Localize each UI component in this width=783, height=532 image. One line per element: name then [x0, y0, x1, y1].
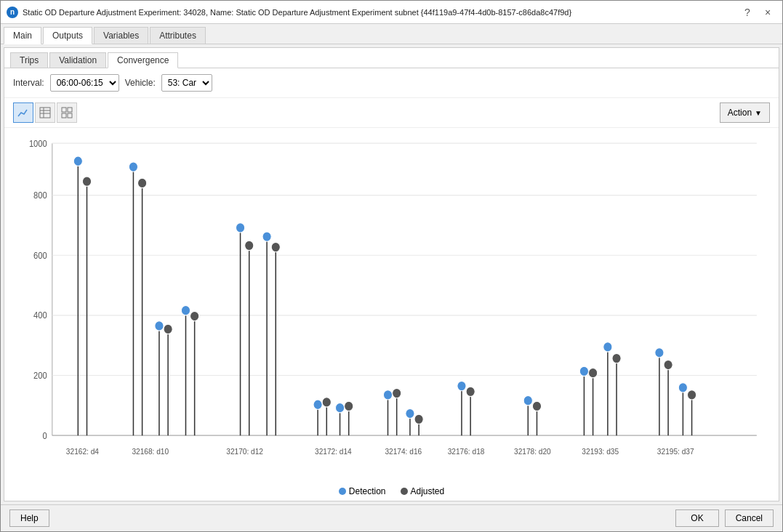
svg-point-45 — [262, 232, 271, 241]
svg-text:32168: d10: 32168: d10 — [132, 446, 169, 456]
svg-point-88 — [664, 360, 672, 369]
svg-point-47 — [271, 242, 280, 251]
svg-rect-6 — [62, 113, 66, 118]
interval-label: Interval: — [13, 78, 44, 88]
svg-point-74 — [532, 401, 541, 411]
svg-point-81 — [603, 342, 612, 352]
svg-point-53 — [335, 403, 344, 413]
svg-point-72 — [523, 395, 532, 405]
vehicle-select[interactable]: 53: Car — [161, 74, 212, 92]
svg-text:400: 400 — [33, 310, 47, 321]
chart-toolbar: Action ▼ — [4, 98, 779, 128]
chart-line-button[interactable] — [13, 102, 33, 123]
svg-text:32162: d4: 32162: d4 — [66, 446, 99, 456]
svg-text:32172: d14: 32172: d14 — [315, 446, 352, 456]
svg-point-51 — [322, 398, 331, 407]
tab-main[interactable]: Main — [4, 27, 41, 44]
svg-point-58 — [383, 390, 392, 400]
adjusted-dot — [401, 488, 408, 495]
svg-text:32195: d37: 32195: d37 — [657, 446, 694, 456]
svg-point-90 — [678, 383, 687, 392]
svg-point-67 — [457, 381, 466, 390]
tab-variables[interactable]: Variables — [94, 27, 148, 44]
svg-rect-0 — [40, 108, 50, 118]
svg-point-31 — [155, 321, 164, 331]
svg-point-83 — [612, 353, 621, 363]
detection-dot — [339, 488, 346, 495]
sub-tabs: Trips Validation Convergence — [4, 48, 779, 68]
help-title-button[interactable]: ? — [739, 5, 756, 20]
action-label: Action — [728, 108, 752, 118]
svg-point-77 — [579, 366, 588, 376]
legend-adjusted: Adjusted — [401, 486, 445, 496]
help-button[interactable]: Help — [9, 509, 49, 527]
svg-point-55 — [345, 401, 353, 411]
svg-point-62 — [406, 408, 414, 418]
chart-grid-button[interactable] — [57, 102, 77, 123]
sub-tab-validation[interactable]: Validation — [49, 52, 106, 68]
vehicle-label: Vehicle: — [125, 78, 156, 88]
controls-bar: Interval: 06:00-06:15 Vehicle: 53: Car — [4, 68, 779, 98]
svg-point-79 — [589, 368, 598, 377]
chart-toolbar-left — [13, 102, 77, 123]
content-area: Trips Validation Convergence Interval: 0… — [4, 47, 779, 501]
legend-detection: Detection — [339, 486, 386, 496]
chart-container: 0 200 400 600 800 1000 — [4, 128, 779, 483]
app-icon: n — [7, 7, 18, 18]
svg-point-29 — [138, 178, 147, 188]
tab-attributes[interactable]: Attributes — [150, 27, 206, 44]
detection-label: Detection — [349, 486, 386, 496]
dialog-buttons: OK Cancel — [675, 509, 774, 527]
ok-button[interactable]: OK — [675, 509, 718, 527]
svg-point-92 — [687, 390, 696, 400]
chart-table-button[interactable] — [35, 102, 55, 123]
main-window: n Static OD Departure Adjustment Experim… — [0, 0, 783, 532]
action-dropdown-icon: ▼ — [755, 109, 762, 117]
svg-point-33 — [164, 324, 172, 334]
svg-text:32174: d16: 32174: d16 — [385, 446, 422, 456]
svg-point-49 — [313, 400, 322, 409]
sub-tab-trips[interactable]: Trips — [10, 52, 48, 68]
svg-rect-5 — [68, 108, 72, 112]
svg-point-64 — [414, 414, 423, 424]
action-button[interactable]: Action ▼ — [720, 102, 770, 123]
title-bar: n Static OD Departure Adjustment Experim… — [1, 1, 782, 24]
svg-point-36 — [181, 306, 190, 315]
svg-text:32193: d35: 32193: d35 — [582, 446, 619, 456]
tab-outputs[interactable]: Outputs — [43, 27, 92, 44]
title-bar-left: n Static OD Departure Adjustment Experim… — [7, 7, 571, 18]
window-title: Static OD Departure Adjustment Experimen… — [23, 8, 571, 17]
chart-svg: 0 200 400 600 800 1000 — [12, 135, 764, 476]
adjusted-label: Adjusted — [411, 486, 445, 496]
svg-text:1000: 1000 — [29, 138, 47, 148]
title-bar-buttons: ? × — [739, 5, 776, 20]
svg-text:0: 0 — [42, 430, 47, 440]
close-button[interactable]: × — [759, 5, 776, 20]
svg-text:32176: d18: 32176: d18 — [448, 446, 485, 456]
svg-point-40 — [236, 223, 244, 233]
interval-select[interactable]: 06:00-06:15 — [50, 74, 119, 92]
svg-point-27 — [129, 162, 137, 172]
cancel-button[interactable]: Cancel — [725, 509, 774, 527]
svg-text:600: 600 — [33, 250, 47, 260]
svg-rect-7 — [68, 113, 72, 118]
svg-point-42 — [245, 241, 254, 250]
bottom-bar: Help OK Cancel — [1, 504, 782, 531]
svg-text:800: 800 — [33, 190, 47, 201]
svg-point-69 — [466, 387, 475, 396]
sub-tab-convergence[interactable]: Convergence — [108, 52, 178, 68]
svg-text:32170: d12: 32170: d12 — [226, 446, 263, 456]
svg-text:32178: d20: 32178: d20 — [514, 446, 551, 456]
main-tabs: Main Outputs Variables Attributes — [1, 24, 782, 44]
svg-point-38 — [190, 311, 199, 321]
svg-point-22 — [73, 156, 82, 166]
svg-point-86 — [655, 348, 664, 358]
svg-text:200: 200 — [33, 370, 47, 380]
svg-rect-4 — [62, 108, 66, 112]
chart-legend: Detection Adjusted — [4, 483, 779, 501]
svg-point-60 — [393, 388, 401, 398]
svg-point-24 — [82, 177, 91, 186]
